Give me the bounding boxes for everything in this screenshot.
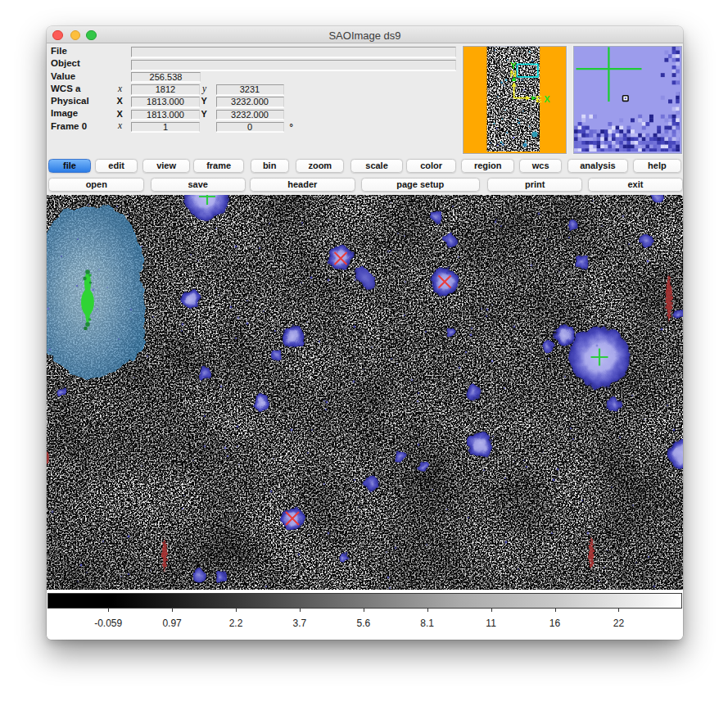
svg-text:X: X	[544, 94, 550, 104]
svg-text:E: E	[536, 94, 542, 104]
svg-text:N: N	[510, 69, 517, 79]
